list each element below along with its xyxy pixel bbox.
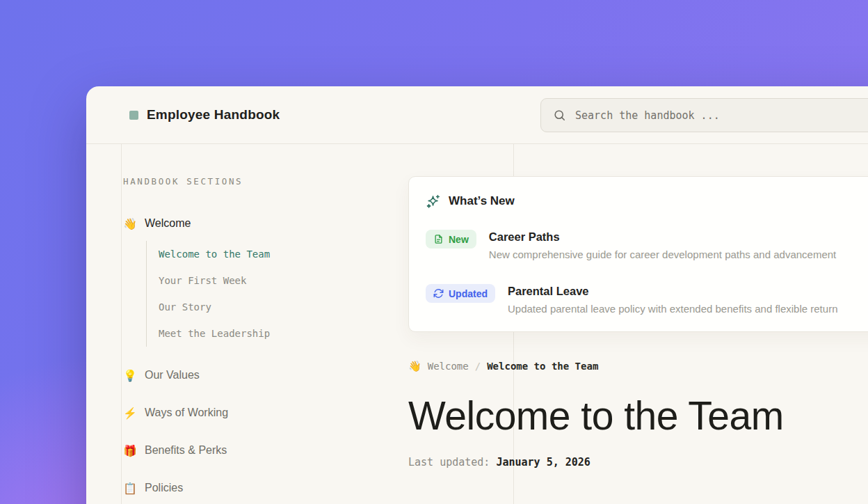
- app-header: Employee Handbook: [86, 86, 868, 144]
- last-updated-value: January 5, 2026: [496, 456, 590, 468]
- whats-new-card: What’s New New Career Paths New comprehe…: [408, 176, 868, 332]
- breadcrumb-separator: /: [475, 361, 481, 372]
- new-badge: New: [426, 230, 476, 249]
- sidebar-subitem-your-first-week[interactable]: Your First Week: [159, 267, 385, 294]
- sidebar-item-ways-of-working[interactable]: ⚡ Ways of Working: [123, 404, 385, 422]
- news-item-text: Career Paths New comprehensive guide for…: [489, 230, 836, 260]
- news-item-description: Updated parental leave policy with exten…: [508, 303, 837, 315]
- sidebar-subitem-welcome-to-the-team[interactable]: Welcome to the Team: [159, 241, 385, 267]
- clipboard-icon: 📋: [123, 482, 138, 495]
- waving-hand-icon: 👋: [408, 360, 421, 372]
- sidebar-item-label: Our Values: [145, 369, 200, 381]
- app-logo-icon: [129, 111, 138, 120]
- news-item-title: Parental Leave: [508, 285, 837, 298]
- whats-new-header: What’s New: [426, 194, 868, 209]
- breadcrumb-section[interactable]: Welcome: [428, 361, 469, 372]
- last-updated: Last updated: January 5, 2026: [408, 456, 868, 468]
- page-title: Welcome to the Team: [408, 395, 868, 436]
- breadcrumb-current-page: Welcome to the Team: [487, 361, 598, 372]
- waving-hand-icon: 👋: [123, 217, 138, 230]
- news-item-career-paths[interactable]: New Career Paths New comprehensive guide…: [426, 230, 868, 260]
- news-item-parental-leave[interactable]: Updated Parental Leave Updated parental …: [426, 284, 868, 315]
- news-item-text: Parental Leave Updated parental leave po…: [508, 285, 837, 315]
- sidebar-item-label: Welcome: [145, 217, 191, 230]
- news-item-title: Career Paths: [489, 230, 836, 244]
- sidebar-item-label: Ways of Working: [145, 407, 228, 419]
- badge-label: Updated: [449, 288, 488, 299]
- brand: Employee Handbook: [129, 107, 280, 123]
- sidebar-sublist-welcome: Welcome to the Team Your First Week Our …: [146, 241, 385, 347]
- sidebar-item-label: Benefits & Perks: [145, 444, 227, 457]
- refresh-icon: [433, 288, 444, 299]
- sidebar-item-our-values[interactable]: 💡 Our Values: [123, 366, 385, 384]
- sidebar-item-policies[interactable]: 📋 Policies: [123, 479, 385, 497]
- whats-new-title: What’s New: [449, 194, 515, 208]
- sidebar-heading: HANDBOOK SECTIONS: [123, 176, 385, 187]
- sidebar-subitem-our-story[interactable]: Our Story: [159, 294, 385, 320]
- lightning-bolt-icon: ⚡: [123, 407, 138, 420]
- badge-label: New: [449, 234, 469, 245]
- sidebar-subitem-meet-the-leadership[interactable]: Meet the Leadership: [159, 320, 385, 347]
- updated-badge: Updated: [426, 284, 495, 303]
- light-bulb-icon: 💡: [123, 369, 138, 382]
- gift-icon: 🎁: [123, 444, 138, 457]
- search-box[interactable]: [540, 98, 868, 132]
- breadcrumb: 👋 Welcome / Welcome to the Team: [408, 360, 868, 372]
- search-input[interactable]: [575, 109, 868, 122]
- app-title: Employee Handbook: [147, 107, 280, 123]
- sidebar-item-welcome[interactable]: 👋 Welcome: [123, 214, 385, 233]
- last-updated-label: Last updated:: [408, 456, 490, 468]
- sparkles-icon: [426, 194, 441, 209]
- sidebar: HANDBOOK SECTIONS 👋 Welcome Welcome to t…: [121, 144, 385, 497]
- main-content: What’s New New Career Paths New comprehe…: [408, 144, 868, 468]
- file-text-icon: [433, 234, 444, 244]
- sidebar-item-benefits-perks[interactable]: 🎁 Benefits & Perks: [123, 441, 385, 459]
- app-window: Employee Handbook HANDBOOK SECTIONS 👋 We…: [86, 86, 868, 504]
- news-item-description: New comprehensive guide for career devel…: [489, 249, 836, 260]
- search-icon: [553, 109, 566, 122]
- sidebar-item-label: Policies: [145, 482, 183, 494]
